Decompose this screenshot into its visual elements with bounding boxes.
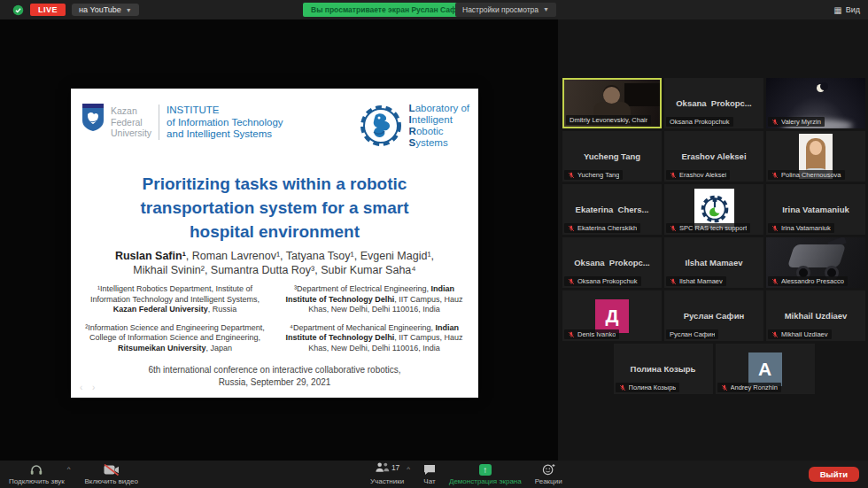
meeting-toolbar: Подключить звук ^ Включить видео 1 xyxy=(0,461,868,488)
participant-tile[interactable]: AAndrey Ronzhin xyxy=(716,344,815,394)
muted-mic-icon xyxy=(771,172,779,179)
participant-name-badge: Yucheng Tang xyxy=(564,170,623,180)
top-bar: LIVE на YouTube ▼ Вы просматриваете экра… xyxy=(0,0,868,19)
participant-name-badge: Oksana Prokopchuk xyxy=(666,117,733,127)
participant-display-name: Oksana Prokopc... xyxy=(562,257,662,267)
participants-row: Yucheng TangYucheng TangErashov AlekseiE… xyxy=(560,131,868,182)
participant-display-name: Ekaterina Chers... xyxy=(562,204,662,213)
slide-authors: Ruslan Safin¹, Roman Lavrenov¹, Tatyana … xyxy=(106,249,443,277)
camera-off-icon xyxy=(104,463,120,476)
affiliation-2: ²Information Science and Engineering Dep… xyxy=(80,323,270,354)
audio-options-caret[interactable]: ^ xyxy=(67,465,71,473)
avatar-letter: Д xyxy=(595,299,629,333)
participant-tile[interactable]: Alessandro Presacco xyxy=(766,237,865,288)
participant-tile[interactable]: Valery Myrzin xyxy=(766,78,865,128)
chevron-down-icon: ▼ xyxy=(126,7,132,13)
leave-meeting-button[interactable]: Выйти xyxy=(809,467,859,482)
participants-options-caret[interactable]: ^ xyxy=(407,465,410,473)
encryption-shield-icon xyxy=(12,4,24,16)
muted-mic-icon xyxy=(670,172,677,179)
participant-display-name: Полина Козырь xyxy=(614,363,713,373)
view-settings-label: Настройки просмотра xyxy=(462,3,539,17)
participant-tile[interactable]: Mikhail UzdiaevMikhail Uzdiaev xyxy=(766,290,865,341)
muted-mic-icon xyxy=(568,331,575,338)
reactions-button[interactable]: Реакции xyxy=(535,463,562,485)
participant-name-badge: Andrey Ronzhin xyxy=(717,383,781,392)
chat-button[interactable]: Чат xyxy=(423,463,436,485)
participants-row: Oksana Prokopc...Oksana ProkopchukIlshat… xyxy=(560,237,868,288)
participant-name-badge: Oksana Prokopchuk xyxy=(564,276,641,286)
muted-mic-icon xyxy=(568,172,575,179)
institute-wordmark: INSTITUTE of Information Technology and … xyxy=(167,105,283,141)
participant-display-name: Oksana Prokopc... xyxy=(664,97,763,107)
participant-tile[interactable]: Oksana Prokopc...Oksana Prokopchuk xyxy=(562,237,662,288)
participant-name-badge: Polina Chernousova xyxy=(768,170,845,180)
participant-name-badge: Valery Myrzin xyxy=(768,117,825,127)
muted-mic-icon xyxy=(670,225,677,232)
header-divider xyxy=(159,105,159,140)
participant-name-badge: Руслан Сафин xyxy=(666,329,718,339)
participant-tile[interactable]: Ilshat MamaevIlshat Mamaev xyxy=(664,237,763,288)
live-badge: LIVE xyxy=(30,4,66,16)
lirs-gear-logo xyxy=(358,103,404,152)
zoom-meeting-window: LIVE на YouTube ▼ Вы просматриваете экра… xyxy=(0,0,868,488)
viewing-screen-banner: Вы просматриваете экран Руслан Сафин xyxy=(303,3,474,17)
participant-tile[interactable]: Ekaterina Chers...Ekaterina Cherskikh xyxy=(562,184,662,235)
participants-row: Полина КозырьПолина КозырьAAndrey Ronzhi… xyxy=(560,344,868,394)
muted-mic-icon xyxy=(771,278,779,285)
slide-title: Prioritizing tasks within a robotic tran… xyxy=(111,172,438,244)
muted-mic-icon xyxy=(619,384,626,391)
affiliation-4: ⁴Department of Mechanical Engineering, I… xyxy=(279,323,469,354)
chevron-down-icon: ▼ xyxy=(543,3,549,17)
participant-name-badge: Dmitriy Levonevskiy, Chair xyxy=(566,115,651,125)
slide-nav-arrows: ‹ › xyxy=(80,383,98,392)
kfu-logo xyxy=(81,103,105,136)
participant-name-badge: Ilshat Mamaev xyxy=(666,276,726,286)
affiliation-3: ³Department of Electrical Engineering, I… xyxy=(279,284,469,315)
participants-row: Ekaterina Chers...Ekaterina CherskikhSPC… xyxy=(560,184,868,235)
grid-view-icon: ▦ xyxy=(833,5,841,15)
participant-tile[interactable]: Irina VatamaniukIrina Vatamaniuk xyxy=(766,184,865,235)
participant-tile[interactable]: SPC RAS tech support xyxy=(664,184,763,235)
lab-wordmark: Laboratory of Intelligent Robotic System… xyxy=(409,103,469,149)
participants-button[interactable]: 17 Участники xyxy=(370,463,404,485)
participant-name-badge: Denis Ivanko xyxy=(564,329,619,339)
participant-tile[interactable]: Руслан СафинРуслан Сафин xyxy=(664,290,763,341)
participants-icon xyxy=(375,461,390,476)
affiliations: ¹Intelligent Robotics Department, Instit… xyxy=(80,284,469,361)
view-menu-button[interactable]: ▦ Вид xyxy=(833,0,860,19)
participant-tile[interactable]: Yucheng TangYucheng Tang xyxy=(562,131,662,182)
participants-count: 17 xyxy=(391,463,399,472)
participant-tile[interactable]: ДDenis Ivanko xyxy=(562,290,662,341)
chat-label: Чат xyxy=(423,477,435,485)
participant-tile[interactable]: Полина КозырьПолина Козырь xyxy=(614,344,713,394)
share-screen-label: Демонстрация экрана xyxy=(449,477,522,485)
participant-display-name: Irina Vatamaniuk xyxy=(766,204,865,213)
participant-display-name: Erashov Aleksei xyxy=(664,151,763,160)
start-video-button[interactable]: Включить видео xyxy=(84,463,137,485)
participant-tile[interactable]: Polina Chernousova xyxy=(766,131,865,182)
share-screen-button[interactable]: ↑ Демонстрация экрана xyxy=(449,463,522,485)
join-audio-button[interactable]: Подключить звук xyxy=(9,463,65,485)
presentation-slide: Kazan Federal University INSTITUTE of In… xyxy=(71,89,478,398)
participant-tile[interactable]: Dmitriy Levonevskiy, Chair xyxy=(562,78,662,128)
participant-display-name: Руслан Сафин xyxy=(664,310,763,320)
view-settings-dropdown[interactable]: Настройки просмотра ▼ xyxy=(455,3,556,17)
muted-mic-icon xyxy=(568,278,575,285)
slide-header: Kazan Federal University INSTITUTE of In… xyxy=(81,103,469,152)
muted-mic-icon xyxy=(771,331,779,338)
youtube-stream-chip[interactable]: на YouTube ▼ xyxy=(72,4,139,16)
participant-name-badge: Mikhail Uzdiaev xyxy=(768,329,832,339)
avatar-letter: A xyxy=(748,352,782,386)
participant-tile[interactable]: Erashov AlekseiErashov Aleksei xyxy=(664,131,763,182)
participant-display-name: Ilshat Mamaev xyxy=(664,257,763,267)
join-audio-label: Подключить звук xyxy=(9,477,65,485)
muted-mic-icon xyxy=(670,278,677,285)
participant-name-badge: Ekaterina Cherskikh xyxy=(564,223,640,233)
participant-tile[interactable]: Oksana Prokopc...Oksana Prokopchuk xyxy=(664,78,763,128)
participant-name-badge: SPC RAS tech support xyxy=(666,223,750,233)
headset-icon xyxy=(29,463,43,476)
participant-name-badge: Erashov Aleksei xyxy=(666,170,730,180)
muted-mic-icon xyxy=(771,225,779,232)
participant-name-badge: Полина Козырь xyxy=(616,383,680,392)
